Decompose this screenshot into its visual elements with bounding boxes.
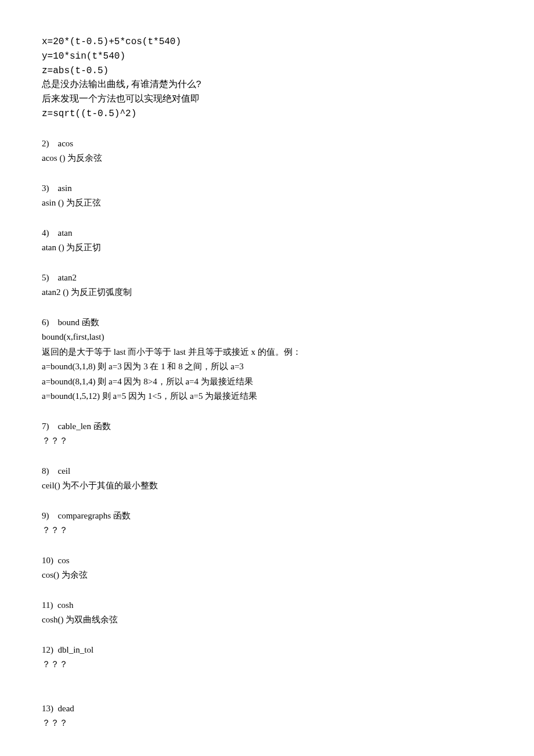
section-body-line: asin () 为反正弦 — [42, 196, 492, 211]
section-num: 11) — [42, 600, 53, 610]
section-body-line: a=bound(8,1,4) 则 a=4 因为 8>4，所以 a=4 为最接近结… — [42, 375, 492, 390]
section-ceil: 8) ceil ceil() 为不小于其值的最小整数 — [42, 464, 492, 494]
section-title: cos — [58, 556, 70, 565]
section-bound: 6) bound 函数 bound(x,first,last) 返回的是大于等于… — [42, 315, 492, 404]
section-body-line: atan2 () 为反正切弧度制 — [42, 285, 492, 300]
section-body-line: 返回的是大于等于 last 而小于等于 last 并且等于或接近 x 的值。例： — [42, 345, 492, 360]
section-body-line: ？？？ — [42, 657, 492, 672]
section-num: 2) — [42, 139, 49, 148]
section-num: 7) — [42, 422, 49, 431]
section-cos: 10) cos cos() 为余弦 — [42, 553, 492, 583]
intro-line: y=10*sin(t*540) — [42, 49, 492, 64]
section-title: dbl_in_tol — [58, 645, 94, 654]
intro-block: x=20*(t-0.5)+5*cos(t*540) y=10*sin(t*540… — [42, 35, 492, 121]
section-body-line: ？？？ — [42, 434, 492, 449]
section-num: 8) — [42, 466, 49, 476]
section-num: 5) — [42, 273, 49, 282]
section-body-line: ？？？ — [42, 716, 492, 731]
section-comparegraphs: 9) comparegraphs 函数 ？？？ — [42, 509, 492, 538]
section-title: ceil — [58, 466, 71, 476]
section-dbl-in-tol: 12) dbl_in_tol ？？？ — [42, 643, 492, 672]
section-title: bound 函数 — [58, 318, 99, 327]
section-heading: 9) comparegraphs 函数 — [42, 509, 492, 524]
section-atan2: 5) atan2 atan2 () 为反正切弧度制 — [42, 271, 492, 300]
section-num: 3) — [42, 183, 49, 193]
section-body-line: a=bound(1,5,12) 则 a=5 因为 1<5，所以 a=5 为最接近… — [42, 389, 492, 404]
section-body-line: a=bound(3,1,8) 则 a=3 因为 3 在 1 和 8 之间，所以 … — [42, 359, 492, 375]
section-title: acos — [58, 139, 74, 148]
section-asin: 3) asin asin () 为反正弦 — [42, 181, 492, 211]
section-body-line: bound(x,first,last) — [42, 330, 492, 345]
section-title: comparegraphs 函数 — [58, 511, 131, 520]
section-heading: 6) bound 函数 — [42, 315, 492, 330]
section-heading: 8) ceil — [42, 464, 492, 479]
intro-line: 总是没办法输出曲线,有谁清楚为什么? — [42, 78, 492, 92]
section-body-line: ceil() 为不小于其值的最小整数 — [42, 478, 492, 494]
section-heading: 12) dbl_in_tol — [42, 643, 492, 658]
section-num: 4) — [42, 228, 49, 237]
section-num: 12) — [42, 645, 53, 654]
intro-line: 后来发现一个方法也可以实现绝对值即 — [42, 92, 492, 107]
section-body-line: cosh() 为双曲线余弦 — [42, 613, 492, 628]
intro-line: z=sqrt((t-0.5)^2) — [42, 107, 492, 121]
section-dead: 13) dead ？？？ — [42, 701, 492, 731]
section-title: cable_len 函数 — [58, 422, 111, 431]
section-num: 9) — [42, 511, 49, 520]
section-title: dead — [58, 704, 74, 713]
section-title: atan — [58, 228, 73, 237]
section-heading: 4) atan — [42, 226, 492, 241]
section-title: asin — [58, 183, 72, 193]
section-body-line: atan () 为反正切 — [42, 240, 492, 255]
section-heading: 2) acos — [42, 136, 492, 152]
section-heading: 10) cos — [42, 553, 492, 568]
section-cosh: 11) cosh cosh() 为双曲线余弦 — [42, 598, 492, 628]
section-atan: 4) atan atan () 为反正切 — [42, 226, 492, 255]
section-title: cosh — [57, 600, 74, 610]
intro-line: z=abs(t-0.5) — [42, 64, 492, 78]
section-heading: 3) asin — [42, 181, 492, 196]
intro-line: x=20*(t-0.5)+5*cos(t*540) — [42, 35, 492, 49]
section-body-line: ？？？ — [42, 523, 492, 538]
section-heading: 13) dead — [42, 701, 492, 717]
section-cable-len: 7) cable_len 函数 ？？？ — [42, 419, 492, 449]
section-body-line: acos () 为反余弦 — [42, 151, 492, 166]
section-heading: 11) cosh — [42, 598, 492, 613]
section-heading: 7) cable_len 函数 — [42, 419, 492, 434]
section-heading: 5) atan2 — [42, 271, 492, 286]
section-title: atan2 — [58, 273, 77, 282]
section-num: 13) — [42, 704, 53, 713]
section-acos: 2) acos acos () 为反余弦 — [42, 136, 492, 166]
section-num: 6) — [42, 318, 49, 327]
section-num: 10) — [42, 556, 53, 565]
section-body-line: cos() 为余弦 — [42, 568, 492, 583]
